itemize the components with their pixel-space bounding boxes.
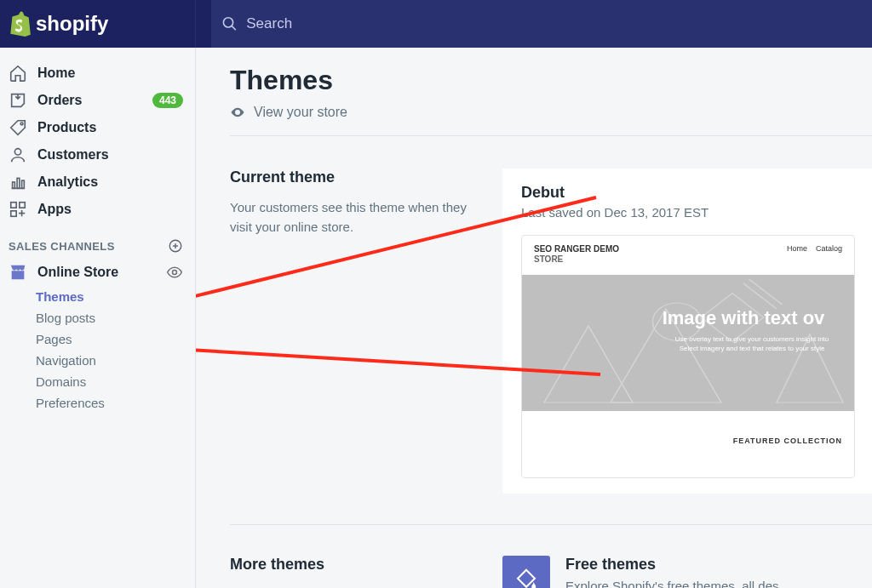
svg-rect-5 <box>13 182 15 188</box>
orders-badge: 443 <box>152 93 183 108</box>
subnav-navigation[interactable]: Navigation <box>36 350 195 371</box>
search-bar[interactable] <box>211 0 872 48</box>
nav-label: Orders <box>37 93 152 108</box>
nav-customers[interactable]: Customers <box>0 141 195 168</box>
eye-icon <box>230 105 245 120</box>
svg-rect-8 <box>11 203 16 208</box>
nav-label: Online Store <box>37 265 166 280</box>
apps-icon <box>9 200 27 219</box>
current-theme-description: Your customers see this theme when they … <box>230 198 485 237</box>
theme-name: Debut <box>521 184 855 202</box>
nav-label: Analytics <box>37 174 183 190</box>
subnav-themes[interactable]: Themes <box>36 286 195 307</box>
nav-products[interactable]: Products <box>0 114 195 141</box>
current-theme-card: Debut Last saved on Dec 13, 2017 EST SEO… <box>502 168 872 494</box>
current-theme-info: Current theme Your customers see this th… <box>230 168 502 494</box>
preview-featured-label: FEATURED COLLECTION <box>522 411 854 445</box>
preview-nav: Home Catalog <box>787 244 842 253</box>
free-themes-line1: Explore Shopify's free themes, all des <box>565 579 779 588</box>
search-icon <box>221 15 238 32</box>
customers-icon <box>9 146 27 164</box>
orders-icon <box>9 91 27 110</box>
subnav-blog-posts[interactable]: Blog posts <box>36 307 195 328</box>
paint-bucket-icon <box>513 567 539 588</box>
nav-label: Apps <box>37 202 183 217</box>
sidebar: Home Orders 443 Products Customers Analy… <box>0 48 196 588</box>
preview-hero-sub2: Select imagery and text that relates to … <box>658 344 846 353</box>
free-themes-icon-box <box>502 556 550 588</box>
preview-hero-title: Image with text ov <box>633 307 854 329</box>
theme-preview[interactable]: SEO RANGER DEMO STORE Home Catalog <box>521 235 855 478</box>
brand-name: shopify <box>36 12 108 36</box>
shopify-logo[interactable]: shopify <box>9 11 108 37</box>
nav-orders[interactable]: Orders 443 <box>0 87 195 114</box>
preview-nav-item: Catalog <box>816 244 842 253</box>
view-your-store-link[interactable]: View your store <box>230 105 872 120</box>
shopify-bag-icon <box>9 11 31 37</box>
svg-rect-7 <box>22 180 25 188</box>
more-themes-heading: More themes <box>230 556 485 574</box>
topbar: shopify <box>0 0 872 48</box>
online-store-subnav: Themes Blog posts Pages Navigation Domai… <box>0 286 195 414</box>
nav-label: Home <box>37 66 183 81</box>
search-input[interactable] <box>246 15 862 32</box>
more-themes-info: More themes Manage your store's themes. … <box>230 556 502 588</box>
nav-home[interactable]: Home <box>0 60 195 87</box>
svg-point-16 <box>173 271 177 275</box>
nav-analytics[interactable]: Analytics <box>0 168 195 196</box>
sales-channels-heading: SALES CHANNELS <box>0 223 195 259</box>
view-store-text: View your store <box>254 105 347 120</box>
analytics-icon <box>9 173 27 191</box>
nav-label: Customers <box>37 147 183 163</box>
preview-store-name: SEO RANGER DEMO <box>534 244 619 254</box>
page-title: Themes <box>230 65 872 96</box>
home-icon <box>9 64 27 83</box>
main-content: Themes View your store Current theme You… <box>196 48 872 588</box>
theme-last-saved: Last saved on Dec 13, 2017 EST <box>521 205 855 220</box>
svg-rect-10 <box>11 211 16 216</box>
storefront-icon <box>9 263 27 282</box>
svg-point-2 <box>20 123 23 125</box>
view-store-icon[interactable] <box>166 264 183 281</box>
subnav-domains[interactable]: Domains <box>36 371 195 392</box>
svg-point-0 <box>223 18 232 27</box>
svg-point-3 <box>14 149 20 155</box>
free-themes-card[interactable]: Free themes Explore Shopify's free theme… <box>502 556 872 588</box>
nav-label: Products <box>37 120 183 135</box>
free-themes-heading: Free themes <box>565 556 779 574</box>
section-title-text: SALES CHANNELS <box>9 240 115 253</box>
nav-apps[interactable]: Apps <box>0 196 195 223</box>
add-channel-icon[interactable] <box>168 238 183 254</box>
svg-rect-9 <box>20 203 25 208</box>
svg-rect-6 <box>17 178 20 188</box>
subnav-pages[interactable]: Pages <box>36 328 195 350</box>
preview-nav-item: Home <box>787 244 807 253</box>
products-icon <box>9 118 27 137</box>
svg-line-1 <box>232 26 236 30</box>
svg-marker-17 <box>544 326 633 402</box>
current-theme-heading: Current theme <box>230 168 485 186</box>
preview-hero-sub1: Use overlay text to give your customers … <box>658 334 846 344</box>
subnav-preferences[interactable]: Preferences <box>36 392 195 414</box>
logo-area: shopify <box>0 0 196 48</box>
nav-online-store[interactable]: Online Store <box>0 259 195 286</box>
preview-store-name-line2: STORE <box>534 254 619 265</box>
